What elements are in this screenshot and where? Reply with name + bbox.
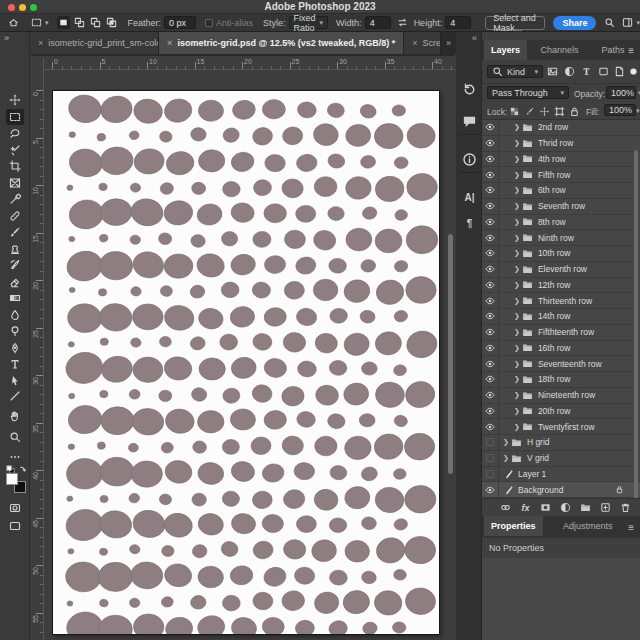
layer-row[interactable]: ❯Eleventh row (482, 262, 640, 278)
layer-row[interactable]: ❯Seventh row (482, 199, 640, 215)
foreground-color-swatch[interactable] (6, 473, 18, 485)
tool-line[interactable] (6, 388, 24, 404)
chevron-right-icon[interactable]: ❯ (514, 375, 520, 383)
tool-gradient[interactable] (6, 290, 24, 306)
tool-pen[interactable] (6, 340, 24, 356)
chevron-right-icon[interactable]: ❯ (514, 328, 520, 336)
tab-overflow-icon[interactable]: » (441, 32, 456, 54)
visibility-toggle[interactable] (482, 262, 499, 277)
layer-row[interactable]: ❯12th row (482, 278, 640, 294)
tab-close-icon[interactable]: × (412, 38, 417, 48)
lock-all-icon[interactable] (568, 105, 581, 118)
document-tab[interactable]: ×isometric-grid.psd @ 12.5% (vs2 tweaked… (159, 32, 404, 54)
new-selection-button[interactable] (57, 16, 70, 29)
tool-quickmask[interactable] (6, 500, 24, 516)
share-button[interactable]: Share (553, 16, 596, 30)
visibility-toggle[interactable] (482, 467, 499, 482)
layer-row[interactable]: ❯Nineteenth row (482, 388, 640, 404)
visibility-toggle[interactable] (482, 419, 499, 434)
layer-row[interactable]: Background (482, 482, 640, 498)
tool-blur[interactable] (6, 307, 24, 323)
tool-screenmode[interactable] (6, 518, 24, 534)
tool-wand[interactable] (6, 142, 24, 158)
visibility-toggle[interactable] (482, 451, 499, 466)
chevron-right-icon[interactable]: ❯ (514, 344, 520, 352)
fx-icon[interactable]: fx (519, 501, 532, 514)
filter-adjustment-layers-icon[interactable] (563, 65, 576, 78)
visibility-toggle[interactable] (482, 120, 499, 135)
tab-close-icon[interactable]: × (167, 38, 172, 48)
document-tab[interactable]: ×Scre (404, 32, 441, 54)
tool-historybrush[interactable] (6, 257, 24, 273)
layer-row[interactable]: ❯Fifth row (482, 167, 640, 183)
style-dropdown[interactable]: Fixed Ratio▾ (289, 16, 329, 29)
opacity-dropdown[interactable]: 100%▾ (606, 86, 636, 99)
layer-row[interactable]: ❯V grid (482, 451, 640, 467)
add-selection-button[interactable] (73, 16, 86, 29)
home-icon[interactable] (8, 17, 19, 28)
visibility-toggle[interactable] (482, 309, 499, 324)
subtract-selection-button[interactable] (89, 16, 102, 29)
layer-row[interactable]: Layer 1 (482, 467, 640, 483)
mask-icon[interactable] (539, 501, 552, 514)
visibility-toggle[interactable] (482, 482, 499, 497)
blend-mode-dropdown[interactable]: Pass Through▾ (487, 86, 569, 99)
history-panel-icon[interactable] (462, 82, 477, 97)
filter-type-layers-icon[interactable] (580, 65, 593, 78)
tool-zoom[interactable] (6, 429, 24, 445)
layer-row[interactable]: ❯18th row (482, 372, 640, 388)
layers-scrollbar[interactable] (634, 150, 638, 500)
chevron-right-icon[interactable]: ❯ (514, 234, 520, 242)
visibility-toggle[interactable] (482, 136, 499, 151)
chevron-right-icon[interactable]: ❯ (514, 139, 520, 147)
panel-tab-adjustments[interactable]: Adjustments (556, 516, 620, 536)
tool-brush[interactable] (6, 224, 24, 240)
character-panel-icon[interactable]: A| (462, 190, 477, 205)
expand-tools-icon[interactable]: » (4, 33, 9, 43)
chevron-right-icon[interactable]: ❯ (514, 171, 520, 179)
chevron-right-icon[interactable]: ❯ (514, 265, 520, 273)
visibility-toggle[interactable] (482, 152, 499, 167)
tool-eraser[interactable] (6, 274, 24, 290)
document-tab[interactable]: ×isometric-grid_print_sm-color-srch.psd (30, 32, 159, 54)
tool-heal[interactable] (6, 208, 24, 224)
chevron-right-icon[interactable]: ❯ (514, 297, 520, 305)
tool-hand[interactable] (6, 408, 24, 424)
layer-row[interactable]: ❯Fifthteenth row (482, 325, 640, 341)
layer-row[interactable]: ❯10th row (482, 246, 640, 262)
antialias-checkbox[interactable] (205, 19, 213, 27)
document-canvas[interactable] (52, 90, 440, 635)
chevron-right-icon[interactable]: ❯ (514, 281, 520, 289)
trash-icon[interactable] (619, 501, 632, 514)
visibility-toggle[interactable] (482, 435, 499, 450)
visibility-toggle[interactable] (482, 230, 499, 245)
tool-ellipsis[interactable] (6, 449, 24, 465)
filter-pixel-layers-icon[interactable] (546, 65, 559, 78)
chevron-right-icon[interactable]: ❯ (514, 423, 520, 431)
tool-preset-icon[interactable] (31, 17, 42, 28)
swap-dimensions-icon[interactable] (397, 17, 408, 28)
visibility-toggle[interactable] (482, 167, 499, 182)
canvas-vertical-scrollbar[interactable] (448, 234, 453, 474)
layer-row[interactable]: ❯8th row (482, 215, 640, 231)
layer-row[interactable]: ❯H grid (482, 435, 640, 451)
chevron-right-icon[interactable]: ❯ (514, 155, 520, 163)
filter-smart-objects-icon[interactable] (613, 65, 626, 78)
chevron-right-icon[interactable]: ❯ (514, 218, 520, 226)
panel-tab-libraries[interactable]: Libraries (634, 516, 640, 536)
layer-row[interactable]: ❯2nd row (482, 120, 640, 136)
width-input[interactable]: 4 (365, 16, 391, 29)
chevron-right-icon[interactable]: ❯ (514, 360, 520, 368)
visibility-toggle[interactable] (482, 325, 499, 340)
panel-tab-layers[interactable]: Layers (484, 40, 527, 60)
visibility-toggle[interactable] (482, 183, 499, 198)
adjcircle-icon[interactable] (559, 501, 572, 514)
tool-eyedropper[interactable] (6, 191, 24, 207)
filter-kind-dropdown[interactable]: Kind▾ (487, 65, 543, 78)
visibility-toggle[interactable] (482, 404, 499, 419)
height-input[interactable]: 4 (445, 16, 471, 29)
chevron-right-icon[interactable]: ❯ (503, 454, 509, 462)
layer-row[interactable]: ❯6th row (482, 183, 640, 199)
tool-move[interactable] (6, 92, 24, 108)
panel-tab-channels[interactable]: Channels (534, 40, 586, 60)
